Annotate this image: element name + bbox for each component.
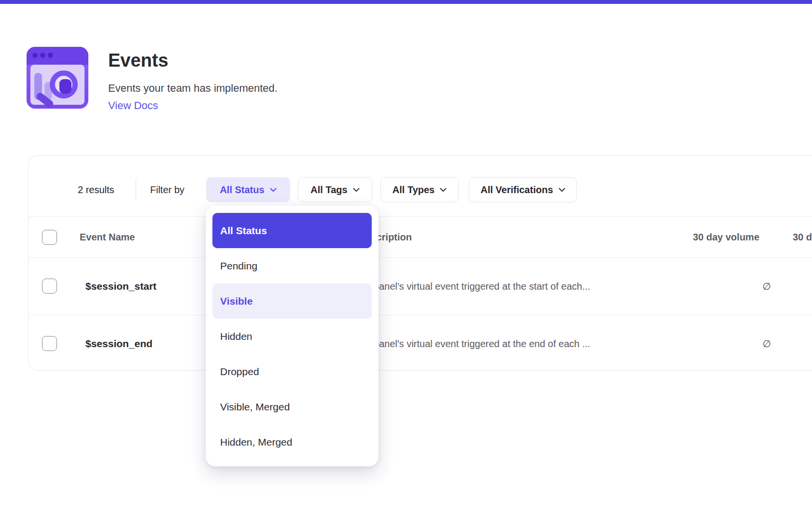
page-title: Events [108,50,168,71]
filter-tags-label: All Tags [310,184,347,196]
table-row[interactable]: $session_start Mixpanel's virtual event … [28,258,812,315]
chevron-down-icon [353,188,360,192]
column-header-event-name: Event Name [80,217,135,257]
menu-item-hidden-merged[interactable]: Hidden, Merged [212,424,372,460]
status-dropdown-menu: All Status Pending Visible Hidden Droppe… [206,206,378,466]
filter-toolbar: 2 results Filter by All Status All Tags … [28,177,812,202]
chevron-down-icon [270,188,277,192]
chevron-down-icon [559,188,565,192]
icon-magnifier-lens [50,70,78,98]
row-checkbox[interactable] [42,336,57,351]
events-app-icon [27,47,88,109]
filter-types-dropdown-button[interactable]: All Types [380,177,459,202]
menu-item-pending[interactable]: Pending [212,248,372,283]
icon-window-dot [32,53,38,58]
toolbar-divider [136,179,136,200]
page-subtitle: Events your team has implemented. [108,82,278,95]
icon-window-dot [48,53,53,58]
column-header-clipped: 30 day [793,217,812,257]
event-description: Mixpanel's virtual event triggered at th… [359,315,590,372]
menu-item-visible-merged[interactable]: Visible, Merged [212,389,372,424]
event-30d-volume: ∅ [763,315,771,372]
table-row[interactable]: $session_end Mixpanel's virtual event tr… [28,315,812,372]
icon-window-dot [40,53,45,58]
filter-tags-dropdown-button[interactable]: All Tags [298,177,372,202]
icon-screen-layer [30,65,84,105]
chevron-down-icon [440,188,447,192]
filter-status-label: All Status [220,184,264,196]
results-count: 2 results [78,177,114,202]
menu-item-dropped[interactable]: Dropped [212,354,372,389]
icon-magnifier-core [59,79,71,94]
column-header-30-day-volume: 30 day volume [693,217,759,257]
table-header-row: Event Name Description 30 day volume 30 … [28,216,812,258]
view-docs-link[interactable]: View Docs [108,99,158,112]
filter-verifications-label: All Verifications [480,184,553,196]
event-name: $session_end [85,315,153,372]
menu-item-all-status[interactable]: All Status [212,213,372,248]
menu-item-visible[interactable]: Visible [212,283,372,319]
filter-types-label: All Types [392,184,434,196]
menu-item-hidden[interactable]: Hidden [212,319,372,354]
event-name: $session_start [85,258,156,315]
filter-by-label: Filter by [150,177,184,202]
row-checkbox[interactable] [42,279,57,294]
top-accent-bar [0,0,812,4]
event-30d-volume: ∅ [763,258,771,315]
filter-status-dropdown-button[interactable]: All Status [206,177,290,202]
select-all-checkbox[interactable] [42,230,57,245]
filter-verifications-dropdown-button[interactable]: All Verifications [469,177,577,202]
event-description: Mixpanel's virtual event triggered at th… [359,258,590,315]
events-card: 2 results Filter by All Status All Tags … [28,155,812,371]
